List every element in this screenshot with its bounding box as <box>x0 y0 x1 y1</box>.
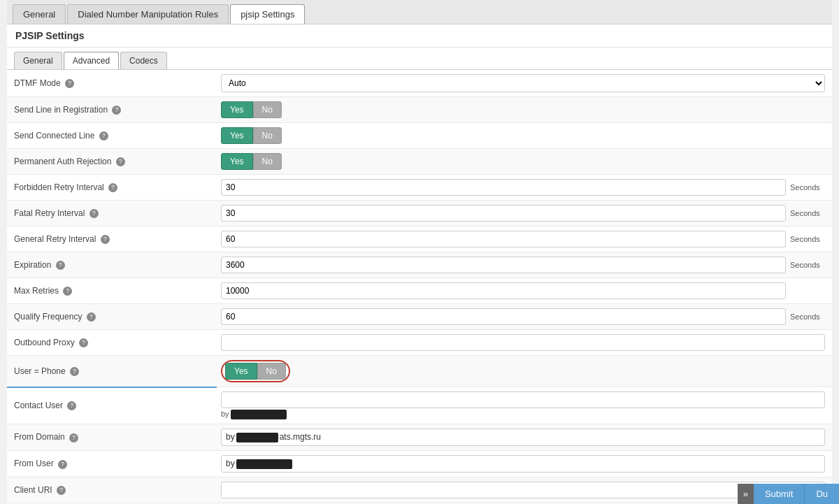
submit-button[interactable]: Submit <box>754 484 804 504</box>
yes-send-line-reg[interactable]: Yes <box>221 101 253 118</box>
help-icon-client-uri[interactable]: ? <box>57 486 66 495</box>
row-user-phone: User = Phone ? Yes No <box>7 356 832 387</box>
help-icon-from-user[interactable]: ? <box>58 460 67 469</box>
row-outbound-proxy: Outbound Proxy ? <box>7 330 832 356</box>
input-client-uri[interactable] <box>221 482 825 498</box>
row-max-retries: Max Retries ? <box>7 278 832 304</box>
label-fatal-retry-unit: Seconds <box>790 209 825 217</box>
yesno-send-line-reg: Yes No <box>221 101 825 118</box>
label-forbidden-retry: Forbidden Retry Interval <box>14 182 104 192</box>
input-max-retries[interactable] <box>221 282 786 299</box>
help-icon-outbound-proxy[interactable]: ? <box>79 338 88 347</box>
tab-section-codecs[interactable]: Codecs <box>120 52 167 69</box>
row-from-domain: From Domain ? byats.mgts.ru <box>7 424 832 451</box>
row-general-retry: General Retry Interval ? Seconds <box>7 226 832 252</box>
help-icon-dtmf[interactable]: ? <box>65 79 74 88</box>
yesno-perm-auth: Yes No <box>221 153 825 170</box>
help-icon-perm-auth[interactable]: ? <box>116 157 125 166</box>
label-dtmf-mode: DTMF Mode <box>14 78 61 88</box>
label-general-retry-unit: Seconds <box>790 235 825 243</box>
page-title: PJSIP Settings <box>7 24 832 48</box>
label-client-uri: Client URI <box>14 485 52 495</box>
help-icon-expiration[interactable]: ? <box>56 261 65 270</box>
no-perm-auth[interactable]: No <box>253 153 282 170</box>
yesno-send-connected: Yes No <box>221 127 825 144</box>
label-general-retry: General Retry Interval <box>14 234 96 244</box>
tab-dialed-number[interactable]: Dialed Number Manipulation Rules <box>67 4 229 24</box>
label-user-phone: User = Phone <box>14 366 66 376</box>
label-perm-auth: Permanent Auth Rejection <box>14 157 111 166</box>
section-tabs: General Advanced Codecs <box>7 48 832 70</box>
help-icon-send-connected[interactable]: ? <box>99 131 108 141</box>
row-qualify-frequency: Qualify Frequency ? Seconds <box>7 304 832 330</box>
yes-send-connected[interactable]: Yes <box>221 127 253 144</box>
chevron-button[interactable]: » <box>738 484 754 504</box>
no-send-connected[interactable]: No <box>253 127 282 144</box>
du-button[interactable]: Du <box>804 484 839 504</box>
tab-section-general[interactable]: General <box>14 52 62 69</box>
label-contact-user: Contact User <box>14 401 63 410</box>
yes-perm-auth[interactable]: Yes <box>221 153 253 170</box>
input-expiration[interactable] <box>221 257 786 273</box>
help-icon-contact-user[interactable]: ? <box>67 401 76 410</box>
label-fatal-retry: Fatal Retry Interval <box>14 208 85 218</box>
row-dtmf-mode: DTMF Mode ? Auto RFC4733 Inband Info <box>7 70 832 97</box>
row-perm-auth-rejection: Permanent Auth Rejection ? Yes No <box>7 149 832 175</box>
label-forbidden-retry-unit: Seconds <box>790 183 825 192</box>
highlight-circle: Yes No <box>221 360 290 382</box>
label-qualify-freq: Qualify Frequency <box>14 312 82 322</box>
row-send-connected-line: Send Connected Line ? Yes No <box>7 123 832 149</box>
input-general-retry[interactable] <box>221 231 786 247</box>
input-fatal-retry[interactable] <box>221 205 786 222</box>
row-forbidden-retry: Forbidden Retry Interval ? Seconds <box>7 175 832 201</box>
row-expiration: Expiration ? Seconds <box>7 252 832 278</box>
no-send-line-reg[interactable]: No <box>253 101 282 118</box>
select-dtmf-mode[interactable]: Auto RFC4733 Inband Info <box>221 74 825 92</box>
help-icon-forbidden-retry[interactable]: ? <box>108 183 117 192</box>
row-fatal-retry: Fatal Retry Interval ? Seconds <box>7 201 832 226</box>
help-icon-from-domain[interactable]: ? <box>69 433 78 442</box>
yes-user-phone[interactable]: Yes <box>225 363 257 380</box>
label-from-user: From User <box>14 459 54 468</box>
row-contact-user: Contact User ? by <box>7 387 832 424</box>
input-qualify-freq[interactable] <box>221 308 786 325</box>
help-icon-qualify-freq[interactable]: ? <box>87 312 96 322</box>
row-from-user: From User ? by <box>7 450 832 477</box>
settings-table: DTMF Mode ? Auto RFC4733 Inband Info Sen… <box>7 70 832 504</box>
help-icon-fatal-retry[interactable]: ? <box>89 209 99 218</box>
input-outbound-proxy[interactable] <box>221 334 825 351</box>
help-icon-general-retry[interactable]: ? <box>101 235 110 244</box>
bottom-bar: » Submit Du <box>738 484 839 504</box>
label-send-line-reg: Send Line in Registration <box>14 105 108 115</box>
top-tabs: General Dialed Number Manipulation Rules… <box>7 0 832 24</box>
help-icon-max-retries[interactable]: ? <box>63 287 72 296</box>
label-qualify-freq-unit: Seconds <box>790 312 825 321</box>
help-icon-user-phone[interactable]: ? <box>70 367 79 376</box>
tab-section-advanced[interactable]: Advanced <box>64 52 119 69</box>
row-send-line-reg: Send Line in Registration ? Yes No <box>7 97 832 123</box>
yesno-user-phone: Yes No <box>225 363 286 380</box>
input-contact-user[interactable] <box>221 391 825 408</box>
input-forbidden-retry[interactable] <box>221 179 786 196</box>
label-outbound-proxy: Outbound Proxy <box>14 338 75 347</box>
label-from-domain: From Domain <box>14 432 65 442</box>
tab-general[interactable]: General <box>13 4 66 24</box>
tab-pjsip-settings[interactable]: pjsip Settings <box>230 4 305 24</box>
help-icon-send-line[interactable]: ? <box>112 106 121 115</box>
label-send-connected-line: Send Connected Line <box>14 131 94 141</box>
no-user-phone[interactable]: No <box>257 363 286 380</box>
label-expiration: Expiration <box>14 260 51 270</box>
row-client-uri: Client URI ? <box>7 477 832 503</box>
label-max-retries: Max Retries <box>14 286 59 296</box>
label-expiration-unit: Seconds <box>790 261 825 269</box>
